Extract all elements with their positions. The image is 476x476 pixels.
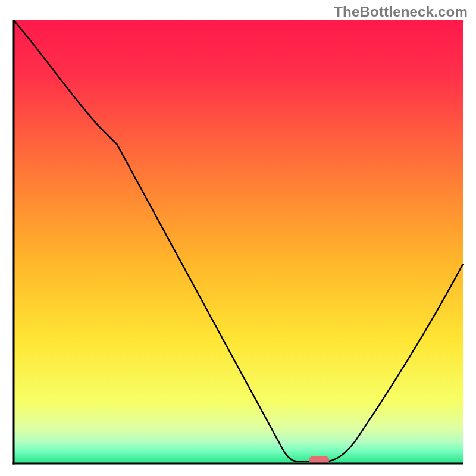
gradient-background — [14, 20, 463, 464]
plot-frame — [12, 20, 464, 465]
chart-svg — [12, 20, 464, 465]
watermark-label: TheBottleneck.com — [334, 4, 468, 20]
chart-container: TheBottleneck.com — [0, 0, 476, 476]
